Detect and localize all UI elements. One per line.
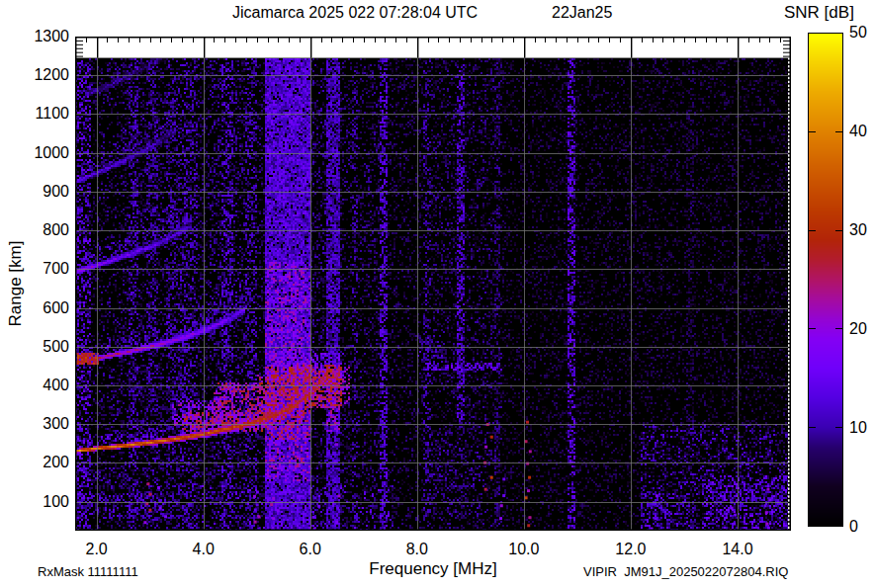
rxmask-label: RxMask 11111111 <box>38 564 138 579</box>
x-tick-label: 2.0 <box>75 541 119 558</box>
x-tick-label: 6.0 <box>289 541 332 558</box>
colorbar-tick-label: 10 <box>849 419 874 437</box>
y-tick-label: 1300 <box>26 28 69 45</box>
x-tick-label: 4.0 <box>182 541 225 558</box>
x-tick-label: 8.0 <box>395 541 439 558</box>
y-tick-label: 1000 <box>26 144 69 162</box>
y-tick-label: 1100 <box>26 105 69 123</box>
y-tick-label: 200 <box>26 454 69 471</box>
colorbar-tick-label: 50 <box>849 24 874 42</box>
x-tick-label: 14.0 <box>716 541 759 558</box>
y-tick-label: 800 <box>26 221 69 239</box>
colorbar-tick-label: 40 <box>849 123 874 140</box>
x-tick-label: 12.0 <box>609 541 653 558</box>
y-tick-label: 900 <box>26 183 69 201</box>
y-tick-label: 400 <box>26 377 69 394</box>
colorbar-canvas <box>808 33 843 527</box>
file-label: VIPIR JM91J_2025022072804.RIQ <box>583 564 788 579</box>
y-tick-label: 500 <box>26 338 69 356</box>
ionogram-app: Jicamarca 2025 022 07:28:04 UTC 22Jan25 … <box>0 0 874 588</box>
ionogram-canvas <box>75 37 791 531</box>
y-axis-title: Range [km] <box>6 241 26 327</box>
colorbar-title: SNR [dB] <box>784 3 854 23</box>
colorbar-tick-label: 20 <box>849 320 874 338</box>
y-tick-label: 600 <box>26 299 69 317</box>
x-tick-label: 10.0 <box>502 541 546 558</box>
colorbar-tick-label: 0 <box>849 518 874 536</box>
page-title: Jicamarca 2025 022 07:28:04 UTC <box>232 4 478 22</box>
y-tick-label: 700 <box>26 260 69 278</box>
y-tick-label: 300 <box>26 415 69 433</box>
y-tick-label: 1200 <box>26 66 69 84</box>
colorbar-tick-label: 30 <box>849 221 874 239</box>
y-tick-label: 100 <box>26 493 69 511</box>
date-label: 22Jan25 <box>552 4 612 22</box>
